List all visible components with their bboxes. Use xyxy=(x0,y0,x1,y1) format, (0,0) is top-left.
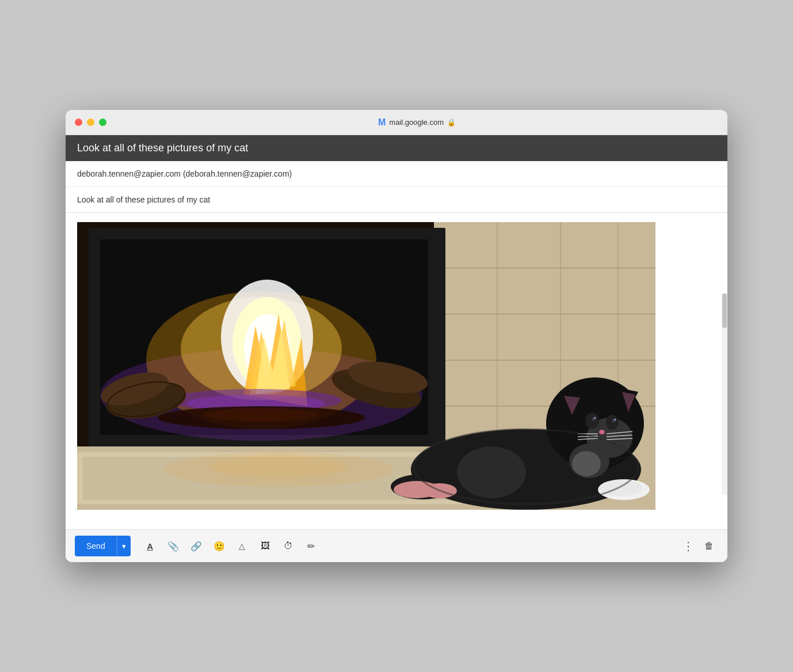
send-button-group: Send ▾ xyxy=(75,536,131,556)
gmail-logo: M xyxy=(378,117,386,128)
svg-point-32 xyxy=(204,408,319,422)
more-options-button[interactable]: ⋮ xyxy=(679,537,697,555)
title-bar: M mail.google.com 🔒 xyxy=(66,110,727,135)
drive-button[interactable]: △ xyxy=(232,536,253,556)
drive-icon: △ xyxy=(239,541,245,551)
svg-point-46 xyxy=(599,430,605,434)
delete-button[interactable]: 🗑 xyxy=(700,537,718,555)
maximize-button[interactable] xyxy=(99,119,106,126)
compose-header: Look at all of these pictures of my cat xyxy=(66,135,727,161)
signature-button[interactable]: ✏ xyxy=(301,536,322,556)
to-email[interactable]: deborah.tennen@zapier.com (deborah.tenne… xyxy=(77,169,292,178)
scrollbar[interactable] xyxy=(722,293,727,495)
close-button[interactable] xyxy=(75,119,82,126)
link-button[interactable]: 🔗 xyxy=(186,536,207,556)
image-button[interactable]: 🖼 xyxy=(255,536,276,556)
format-text-icon: A xyxy=(147,541,153,551)
attach-icon: 📎 xyxy=(167,541,179,552)
attach-button[interactable]: 📎 xyxy=(163,536,184,556)
svg-point-63 xyxy=(209,455,348,478)
link-icon: 🔗 xyxy=(190,541,202,552)
emoji-icon: 🙂 xyxy=(214,541,225,552)
svg-point-34 xyxy=(457,446,526,498)
schedule-icon: ⏱ xyxy=(284,541,293,551)
send-dropdown-icon: ▾ xyxy=(122,542,126,551)
to-field-row: deborah.tennen@zapier.com (deborah.tenne… xyxy=(66,161,727,187)
scrollbar-thumb[interactable] xyxy=(722,293,727,328)
send-button[interactable]: Send xyxy=(75,536,117,556)
image-icon: 🖼 xyxy=(261,541,270,551)
more-options-icon: ⋮ xyxy=(683,539,694,553)
delete-icon: 🗑 xyxy=(704,541,714,551)
svg-point-60 xyxy=(572,451,601,476)
subject-text[interactable]: Look at all of these pictures of my cat xyxy=(77,195,210,204)
format-text-button[interactable]: A xyxy=(140,536,161,556)
compose-subject-title: Look at all of these pictures of my cat xyxy=(77,142,248,154)
svg-point-44 xyxy=(594,417,596,419)
subject-field-row: Look at all of these pictures of my cat xyxy=(66,187,727,212)
signature-icon: ✏ xyxy=(307,541,315,552)
compose-body[interactable] xyxy=(66,213,727,529)
url-text: mail.google.com xyxy=(389,118,444,127)
traffic-lights xyxy=(75,119,106,126)
svg-point-45 xyxy=(615,419,616,421)
svg-point-40 xyxy=(585,413,599,429)
lock-icon: 🔒 xyxy=(447,119,456,127)
cat-scene-svg xyxy=(77,222,655,510)
cat-image-container xyxy=(77,222,655,510)
url-bar: M mail.google.com 🔒 xyxy=(116,117,718,128)
schedule-button[interactable]: ⏱ xyxy=(278,536,299,556)
svg-point-41 xyxy=(606,415,619,430)
compose-fields: deborah.tennen@zapier.com (deborah.tenne… xyxy=(66,161,727,213)
minimize-button[interactable] xyxy=(87,119,94,126)
compose-window: Look at all of these pictures of my cat … xyxy=(66,135,727,562)
browser-window: M mail.google.com 🔒 Look at all of these… xyxy=(66,110,727,562)
send-dropdown-button[interactable]: ▾ xyxy=(117,536,131,556)
emoji-button[interactable]: 🙂 xyxy=(209,536,230,556)
compose-toolbar: Send ▾ A 📎 🔗 🙂 △ 🖼 xyxy=(66,529,727,562)
